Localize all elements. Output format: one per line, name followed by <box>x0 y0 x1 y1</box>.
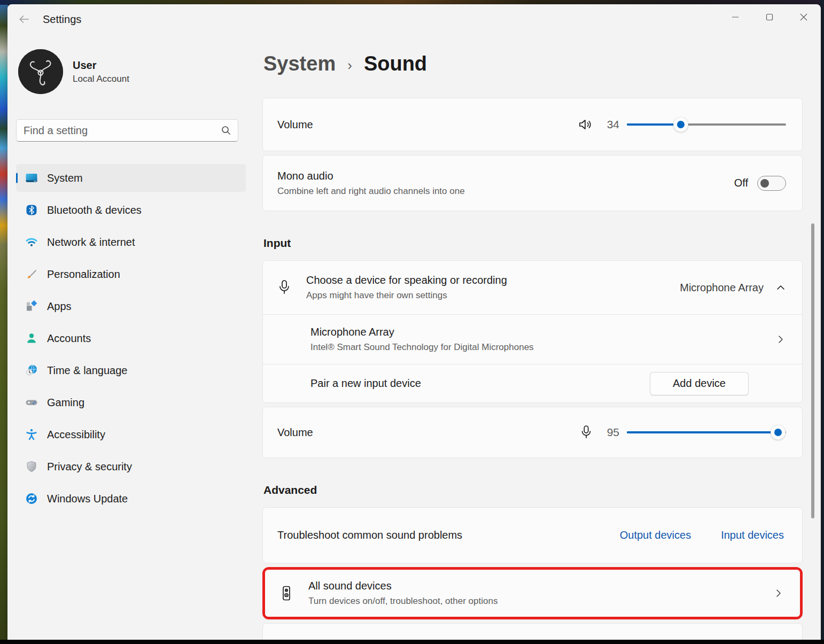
account-text: User Local Account <box>73 59 129 84</box>
back-button[interactable] <box>15 10 33 28</box>
mono-audio-state: Off <box>734 177 748 189</box>
chevron-up-icon[interactable] <box>775 282 786 293</box>
sidebar-item-system[interactable]: System <box>16 164 246 192</box>
desktop-background-bottom <box>0 640 824 644</box>
settings-window: Settings <box>7 4 821 640</box>
person-icon <box>25 332 38 345</box>
breadcrumb-system[interactable]: System <box>263 52 336 75</box>
all-sound-devices-subtitle: Turn devices on/off, troubleshoot, other… <box>308 596 497 607</box>
main-content: System › Sound Volume <box>254 34 821 640</box>
sidebar: User Local Account <box>7 34 254 640</box>
output-volume-label: Volume <box>277 119 313 131</box>
microphone-icon <box>277 280 291 296</box>
sidebar-item-privacy-security[interactable]: Privacy & security <box>16 453 246 480</box>
mono-audio-title: Mono audio <box>277 170 465 182</box>
input-volume-label: Volume <box>277 426 313 439</box>
output-volume-slider-handle[interactable] <box>673 117 688 132</box>
sidebar-item-apps[interactable]: Apps <box>16 292 246 320</box>
sidebar-item-accessibility[interactable]: Accessibility <box>16 421 246 448</box>
speaker-cabinet-icon <box>279 585 293 601</box>
close-icon <box>800 13 807 21</box>
sidebar-item-label: Accounts <box>47 332 91 345</box>
search-input[interactable] <box>24 125 221 137</box>
input-section-heading: Input <box>263 237 803 250</box>
output-devices-link[interactable]: Output devices <box>620 529 691 541</box>
shield-icon <box>25 460 38 474</box>
pair-device-label: Pair a new input device <box>310 377 421 390</box>
search-box[interactable] <box>16 119 238 142</box>
output-volume-value: 34 <box>604 118 619 131</box>
sidebar-item-label: Accessibility <box>47 429 105 441</box>
update-icon <box>25 492 38 506</box>
microphone-array-row[interactable]: Microphone Array Intel® Smart Sound Tech… <box>263 315 802 364</box>
choose-input-subtitle: Apps might have their own settings <box>306 290 507 301</box>
microphone-array-subtitle: Intel® Smart Sound Technology for Digita… <box>310 342 534 353</box>
input-volume-slider-handle[interactable] <box>771 425 786 440</box>
mono-audio-toggle[interactable] <box>757 176 786 191</box>
wifi-icon <box>25 236 38 249</box>
account-name: User <box>73 59 129 72</box>
titlebar: Settings <box>7 4 821 34</box>
breadcrumb-separator-icon: › <box>347 57 352 74</box>
volume-mixer-row[interactable]: Volume mixer <box>262 623 803 640</box>
minimize-icon <box>732 13 739 21</box>
input-volume-slider[interactable] <box>627 431 786 433</box>
add-device-button[interactable]: Add device <box>650 372 749 395</box>
sidebar-item-bluetooth-devices[interactable]: Bluetooth & devices <box>16 196 246 224</box>
microphone-array-title: Microphone Array <box>310 326 534 338</box>
output-volume-row: Volume 34 <box>262 98 803 151</box>
maximize-button[interactable] <box>752 4 787 30</box>
troubleshoot-row: Troubleshoot common sound problems Outpu… <box>262 507 803 563</box>
brush-icon <box>25 268 38 281</box>
sidebar-item-label: Gaming <box>47 397 84 409</box>
account-card[interactable]: User Local Account <box>18 49 246 94</box>
maximize-icon <box>766 13 773 21</box>
sidebar-item-personalization[interactable]: Personalization <box>16 260 246 288</box>
avatar <box>18 49 63 94</box>
clock-globe-icon <box>25 364 38 377</box>
input-devices-link[interactable]: Input devices <box>721 529 784 541</box>
accessibility-icon <box>25 428 38 441</box>
choose-input-row[interactable]: Choose a device for speaking or recordin… <box>263 261 802 314</box>
microphone-small-icon <box>580 425 593 440</box>
app-title: Settings <box>43 13 81 26</box>
minimize-button[interactable] <box>718 4 752 30</box>
sidebar-nav: System Bluetooth & devices <box>16 164 246 513</box>
sidebar-item-accounts[interactable]: Accounts <box>16 324 246 352</box>
all-sound-devices-row[interactable]: All sound devices Turn devices on/off, t… <box>265 570 800 617</box>
sidebar-item-time-language[interactable]: Time & language <box>16 356 246 384</box>
mono-audio-subtitle: Combine left and right audio channels in… <box>277 186 465 197</box>
page-title: Sound <box>364 52 427 75</box>
sidebar-item-label: Network & internet <box>47 236 135 249</box>
desktop-background-right <box>820 0 824 644</box>
back-arrow-icon <box>18 13 30 26</box>
window-controls <box>718 4 821 30</box>
bluetooth-icon <box>25 204 38 217</box>
sidebar-item-label: Time & language <box>47 364 127 377</box>
toggle-knob <box>760 179 769 188</box>
input-volume-value: 95 <box>604 426 619 439</box>
sidebar-item-gaming[interactable]: Gaming <box>16 389 246 416</box>
all-sound-devices-title: All sound devices <box>308 580 497 592</box>
chevron-right-icon <box>773 588 784 599</box>
chevron-right-icon <box>775 334 786 345</box>
advanced-section-heading: Advanced <box>263 484 803 496</box>
sidebar-item-windows-update[interactable]: Windows Update <box>16 485 246 513</box>
highlight-red-box: All sound devices Turn devices on/off, t… <box>262 567 803 619</box>
account-type: Local Account <box>73 74 129 84</box>
sidebar-item-label: System <box>47 172 83 184</box>
output-volume-slider[interactable] <box>627 123 786 126</box>
pair-input-device-row: Pair a new input device Add device <box>263 364 802 402</box>
input-volume-row: Volume 95 <box>262 407 803 458</box>
system-icon <box>25 172 38 185</box>
troubleshoot-label: Troubleshoot common sound problems <box>277 529 462 541</box>
speaker-icon <box>578 117 593 132</box>
choose-input-title: Choose a device for speaking or recordin… <box>306 274 507 286</box>
scrollbar-thumb[interactable] <box>811 223 814 518</box>
sidebar-item-label: Personalization <box>47 268 120 281</box>
mono-audio-row: Mono audio Combine left and right audio … <box>262 155 803 211</box>
close-button[interactable] <box>787 4 821 30</box>
breadcrumb: System › Sound <box>263 52 803 75</box>
sidebar-item-network-internet[interactable]: Network & internet <box>16 228 246 256</box>
input-device-card: Choose a device for speaking or recordin… <box>262 260 803 403</box>
